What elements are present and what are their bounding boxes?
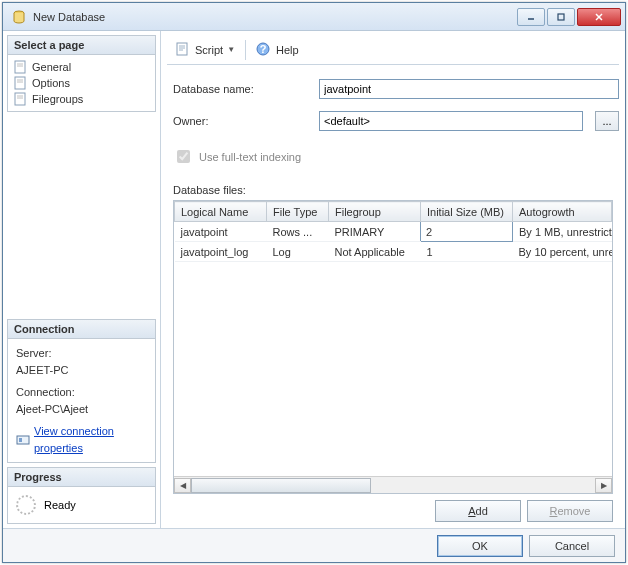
owner-input[interactable] [319, 111, 583, 131]
ok-button[interactable]: OK [437, 535, 523, 557]
database-files-label: Database files: [173, 184, 619, 196]
database-name-input[interactable] [319, 79, 619, 99]
svg-text:?: ? [260, 43, 267, 55]
help-button[interactable]: ? Help [252, 40, 303, 60]
sidebar-item-filegroups[interactable]: Filegroups [10, 91, 153, 107]
col-logical-name[interactable]: Logical Name [175, 202, 267, 222]
connection-icon [16, 433, 30, 447]
table-row[interactable]: javatpoint_log Log Not Applicable 1 By 1… [175, 242, 612, 262]
cell-initial-size[interactable]: 2 [421, 222, 513, 242]
database-files-table: Logical Name File Type Filegroup Initial… [173, 200, 613, 494]
connection-label: Connection: [16, 384, 147, 401]
database-icon [11, 9, 27, 25]
help-icon: ? [256, 42, 272, 58]
script-button[interactable]: Script ▼ [171, 40, 239, 60]
svg-rect-15 [19, 438, 22, 442]
cell-filegroup[interactable]: PRIMARY [329, 222, 421, 242]
svg-rect-14 [17, 436, 29, 444]
horizontal-scrollbar[interactable]: ◀ ▶ [174, 476, 612, 493]
scroll-left-arrow[interactable]: ◀ [174, 478, 191, 493]
cell-initial-size[interactable]: 1 [421, 242, 513, 262]
sidebar: Select a page General Options Filegroups [3, 31, 161, 528]
maximize-button[interactable] [547, 8, 575, 26]
connection-value: Ajeet-PC\Ajeet [16, 401, 147, 418]
page-icon [14, 92, 28, 106]
sidebar-item-label: Filegroups [32, 93, 83, 105]
add-button[interactable]: Add [435, 500, 521, 522]
fulltext-label: Use full-text indexing [199, 151, 301, 163]
svg-rect-5 [15, 61, 25, 73]
scroll-thumb[interactable] [191, 478, 371, 493]
svg-rect-8 [15, 77, 25, 89]
scroll-right-arrow[interactable]: ▶ [595, 478, 612, 493]
owner-browse-button[interactable]: ... [595, 111, 619, 131]
select-page-panel: Select a page General Options Filegroups [7, 35, 156, 112]
toolbar-separator [245, 40, 246, 60]
cell-logical-name[interactable]: javatpoint [175, 222, 267, 242]
progress-status: Ready [44, 499, 76, 511]
select-page-header: Select a page [8, 36, 155, 55]
page-icon [14, 76, 28, 90]
database-name-label: Database name: [173, 83, 311, 95]
toolbar: Script ▼ ? Help [167, 35, 619, 65]
progress-header: Progress [8, 468, 155, 487]
server-label: Server: [16, 345, 147, 362]
col-autogrowth[interactable]: Autogrowth [513, 202, 612, 222]
connection-panel: Connection Server: AJEET-PC Connection: … [7, 319, 156, 463]
fulltext-checkbox [177, 150, 190, 163]
sidebar-item-label: General [32, 61, 71, 73]
view-connection-properties-link[interactable]: View connection properties [34, 423, 147, 456]
new-database-dialog: New Database Select a page General Optio… [2, 2, 626, 563]
svg-rect-2 [558, 14, 564, 20]
remove-button[interactable]: Remove [527, 500, 613, 522]
table-row[interactable]: javatpoint Rows ... PRIMARY 2 By 1 MB, u… [175, 222, 612, 242]
close-button[interactable] [577, 8, 621, 26]
page-icon [14, 60, 28, 74]
cell-logical-name[interactable]: javatpoint_log [175, 242, 267, 262]
cell-filegroup[interactable]: Not Applicable [329, 242, 421, 262]
chevron-down-icon: ▼ [227, 45, 235, 54]
server-value: AJEET-PC [16, 362, 147, 379]
cell-autogrowth[interactable]: By 10 percent, unrestricted growth [513, 242, 612, 262]
connection-header: Connection [8, 320, 155, 339]
help-label: Help [276, 44, 299, 56]
cell-autogrowth[interactable]: By 1 MB, unrestricted growth [513, 222, 612, 242]
minimize-button[interactable] [517, 8, 545, 26]
owner-label: Owner: [173, 115, 311, 127]
window-title: New Database [33, 11, 517, 23]
cell-file-type[interactable]: Log [267, 242, 329, 262]
svg-rect-11 [15, 93, 25, 105]
svg-rect-16 [177, 43, 187, 55]
cancel-button[interactable]: Cancel [529, 535, 615, 557]
dialog-footer: OK Cancel [3, 528, 625, 562]
script-label: Script [195, 44, 223, 56]
titlebar: New Database [3, 3, 625, 31]
sidebar-item-label: Options [32, 77, 70, 89]
progress-panel: Progress Ready [7, 467, 156, 524]
sidebar-item-general[interactable]: General [10, 59, 153, 75]
col-initial-size[interactable]: Initial Size (MB) [421, 202, 513, 222]
script-icon [175, 42, 191, 58]
cell-file-type[interactable]: Rows ... [267, 222, 329, 242]
window-buttons [517, 8, 621, 26]
col-filegroup[interactable]: Filegroup [329, 202, 421, 222]
sidebar-item-options[interactable]: Options [10, 75, 153, 91]
main-panel: Script ▼ ? Help Database name: Owner: ..… [161, 31, 625, 528]
progress-spinner-icon [16, 495, 36, 515]
col-file-type[interactable]: File Type [267, 202, 329, 222]
